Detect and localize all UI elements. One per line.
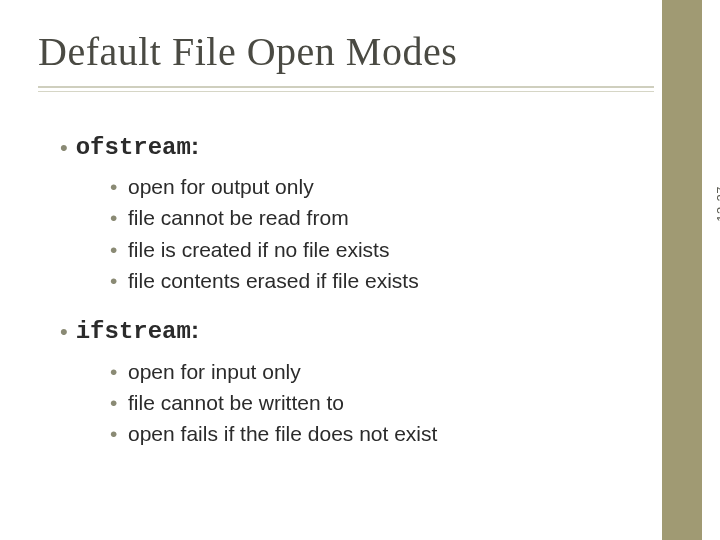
bullet-level1: •ifstream: — [60, 314, 640, 347]
list-item: •file contents erased if file exists — [110, 267, 640, 294]
bullet-icon: • — [110, 358, 128, 385]
list-item-text: open for input only — [128, 360, 301, 383]
list-item: •file is created if no file exists — [110, 236, 640, 263]
bullet-icon: • — [110, 173, 128, 200]
slide: 13-27 Default File Open Modes •ofstream:… — [0, 0, 720, 540]
bullet-icon: • — [110, 236, 128, 263]
bullet-icon: • — [110, 267, 128, 294]
list-item: •open for input only — [110, 358, 640, 385]
list-item-text: open fails if the file does not exist — [128, 422, 437, 445]
bullet-icon: • — [110, 389, 128, 416]
list-item-text: file cannot be written to — [128, 391, 344, 414]
code-heading: ifstream — [76, 318, 191, 345]
list-item: •file cannot be written to — [110, 389, 640, 416]
list-item-text: file cannot be read from — [128, 206, 349, 229]
title-underline — [38, 86, 654, 94]
list-item: •file cannot be read from — [110, 204, 640, 231]
bullet-icon: • — [110, 420, 128, 447]
page-number: 13-27 — [714, 186, 720, 222]
list-item-text: file contents erased if file exists — [128, 269, 419, 292]
bullet-icon: • — [60, 137, 68, 159]
bullet-icon: • — [110, 204, 128, 231]
bullet-icon: • — [60, 321, 68, 343]
list-item-text: file is created if no file exists — [128, 238, 389, 261]
sublist: •open for input only •file cannot be wri… — [110, 358, 640, 448]
slide-title: Default File Open Modes — [38, 28, 457, 75]
heading-colon: : — [191, 316, 199, 343]
list-item: •open fails if the file does not exist — [110, 420, 640, 447]
list-item: •open for output only — [110, 173, 640, 200]
list-item-text: open for output only — [128, 175, 314, 198]
heading-colon: : — [191, 132, 199, 159]
bullet-level1: •ofstream: — [60, 130, 640, 163]
accent-stripe — [662, 0, 702, 540]
slide-body: •ofstream: •open for output only •file c… — [60, 130, 640, 467]
code-heading: ofstream — [76, 134, 191, 161]
sublist: •open for output only •file cannot be re… — [110, 173, 640, 294]
